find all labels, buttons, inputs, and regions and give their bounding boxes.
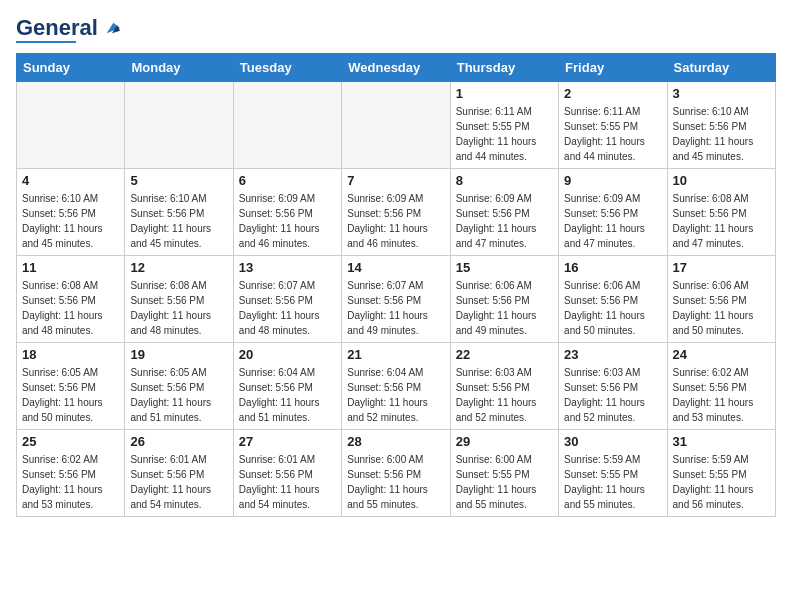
logo-text: General	[16, 16, 98, 40]
calendar-week-4: 18 Sunrise: 6:05 AM Sunset: 5:56 PM Dayl…	[17, 343, 776, 430]
calendar-cell	[17, 82, 125, 169]
day-number: 17	[673, 260, 770, 275]
day-number: 3	[673, 86, 770, 101]
calendar-week-5: 25 Sunrise: 6:02 AM Sunset: 5:56 PM Dayl…	[17, 430, 776, 517]
calendar-cell: 17 Sunrise: 6:06 AM Sunset: 5:56 PM Dayl…	[667, 256, 775, 343]
calendar-cell: 16 Sunrise: 6:06 AM Sunset: 5:56 PM Dayl…	[559, 256, 667, 343]
calendar-cell: 24 Sunrise: 6:02 AM Sunset: 5:56 PM Dayl…	[667, 343, 775, 430]
calendar-cell: 21 Sunrise: 6:04 AM Sunset: 5:56 PM Dayl…	[342, 343, 450, 430]
day-number: 27	[239, 434, 336, 449]
day-info: Sunrise: 6:01 AM Sunset: 5:56 PM Dayligh…	[239, 452, 336, 512]
day-info: Sunrise: 6:04 AM Sunset: 5:56 PM Dayligh…	[239, 365, 336, 425]
calendar-cell: 10 Sunrise: 6:08 AM Sunset: 5:56 PM Dayl…	[667, 169, 775, 256]
calendar-cell: 29 Sunrise: 6:00 AM Sunset: 5:55 PM Dayl…	[450, 430, 558, 517]
calendar-cell: 27 Sunrise: 6:01 AM Sunset: 5:56 PM Dayl…	[233, 430, 341, 517]
day-number: 31	[673, 434, 770, 449]
day-info: Sunrise: 6:00 AM Sunset: 5:55 PM Dayligh…	[456, 452, 553, 512]
day-info: Sunrise: 6:06 AM Sunset: 5:56 PM Dayligh…	[564, 278, 661, 338]
day-info: Sunrise: 6:02 AM Sunset: 5:56 PM Dayligh…	[22, 452, 119, 512]
calendar-cell: 5 Sunrise: 6:10 AM Sunset: 5:56 PM Dayli…	[125, 169, 233, 256]
day-info: Sunrise: 6:06 AM Sunset: 5:56 PM Dayligh…	[673, 278, 770, 338]
day-number: 5	[130, 173, 227, 188]
day-info: Sunrise: 6:04 AM Sunset: 5:56 PM Dayligh…	[347, 365, 444, 425]
logo-icon	[100, 18, 120, 38]
day-number: 14	[347, 260, 444, 275]
day-number: 24	[673, 347, 770, 362]
day-info: Sunrise: 6:10 AM Sunset: 5:56 PM Dayligh…	[130, 191, 227, 251]
day-info: Sunrise: 6:06 AM Sunset: 5:56 PM Dayligh…	[456, 278, 553, 338]
calendar-week-2: 4 Sunrise: 6:10 AM Sunset: 5:56 PM Dayli…	[17, 169, 776, 256]
day-info: Sunrise: 6:08 AM Sunset: 5:56 PM Dayligh…	[673, 191, 770, 251]
day-number: 6	[239, 173, 336, 188]
day-info: Sunrise: 6:08 AM Sunset: 5:56 PM Dayligh…	[22, 278, 119, 338]
day-number: 25	[22, 434, 119, 449]
day-info: Sunrise: 6:11 AM Sunset: 5:55 PM Dayligh…	[564, 104, 661, 164]
calendar-cell: 22 Sunrise: 6:03 AM Sunset: 5:56 PM Dayl…	[450, 343, 558, 430]
day-header-sunday: Sunday	[17, 54, 125, 82]
day-info: Sunrise: 6:09 AM Sunset: 5:56 PM Dayligh…	[456, 191, 553, 251]
day-number: 10	[673, 173, 770, 188]
calendar-cell: 11 Sunrise: 6:08 AM Sunset: 5:56 PM Dayl…	[17, 256, 125, 343]
day-info: Sunrise: 6:09 AM Sunset: 5:56 PM Dayligh…	[347, 191, 444, 251]
day-number: 28	[347, 434, 444, 449]
day-info: Sunrise: 6:11 AM Sunset: 5:55 PM Dayligh…	[456, 104, 553, 164]
calendar-week-1: 1 Sunrise: 6:11 AM Sunset: 5:55 PM Dayli…	[17, 82, 776, 169]
day-number: 1	[456, 86, 553, 101]
calendar-cell: 4 Sunrise: 6:10 AM Sunset: 5:56 PM Dayli…	[17, 169, 125, 256]
day-info: Sunrise: 6:05 AM Sunset: 5:56 PM Dayligh…	[22, 365, 119, 425]
calendar-cell: 2 Sunrise: 6:11 AM Sunset: 5:55 PM Dayli…	[559, 82, 667, 169]
day-number: 13	[239, 260, 336, 275]
calendar-cell: 7 Sunrise: 6:09 AM Sunset: 5:56 PM Dayli…	[342, 169, 450, 256]
day-info: Sunrise: 6:10 AM Sunset: 5:56 PM Dayligh…	[22, 191, 119, 251]
day-number: 26	[130, 434, 227, 449]
day-info: Sunrise: 6:07 AM Sunset: 5:56 PM Dayligh…	[239, 278, 336, 338]
day-number: 16	[564, 260, 661, 275]
calendar-cell	[233, 82, 341, 169]
calendar-cell	[125, 82, 233, 169]
day-info: Sunrise: 6:07 AM Sunset: 5:56 PM Dayligh…	[347, 278, 444, 338]
day-number: 4	[22, 173, 119, 188]
day-number: 8	[456, 173, 553, 188]
day-number: 23	[564, 347, 661, 362]
logo: General	[16, 16, 120, 43]
day-header-wednesday: Wednesday	[342, 54, 450, 82]
day-number: 22	[456, 347, 553, 362]
day-number: 30	[564, 434, 661, 449]
day-info: Sunrise: 6:01 AM Sunset: 5:56 PM Dayligh…	[130, 452, 227, 512]
calendar-cell: 18 Sunrise: 6:05 AM Sunset: 5:56 PM Dayl…	[17, 343, 125, 430]
day-info: Sunrise: 6:03 AM Sunset: 5:56 PM Dayligh…	[564, 365, 661, 425]
day-info: Sunrise: 6:03 AM Sunset: 5:56 PM Dayligh…	[456, 365, 553, 425]
page-header: General	[16, 16, 776, 43]
calendar-cell: 31 Sunrise: 5:59 AM Sunset: 5:55 PM Dayl…	[667, 430, 775, 517]
calendar-cell: 14 Sunrise: 6:07 AM Sunset: 5:56 PM Dayl…	[342, 256, 450, 343]
day-number: 12	[130, 260, 227, 275]
calendar-cell: 30 Sunrise: 5:59 AM Sunset: 5:55 PM Dayl…	[559, 430, 667, 517]
calendar-cell: 3 Sunrise: 6:10 AM Sunset: 5:56 PM Dayli…	[667, 82, 775, 169]
calendar-cell: 9 Sunrise: 6:09 AM Sunset: 5:56 PM Dayli…	[559, 169, 667, 256]
day-info: Sunrise: 6:08 AM Sunset: 5:56 PM Dayligh…	[130, 278, 227, 338]
day-number: 9	[564, 173, 661, 188]
day-number: 2	[564, 86, 661, 101]
day-info: Sunrise: 6:09 AM Sunset: 5:56 PM Dayligh…	[239, 191, 336, 251]
calendar-cell: 15 Sunrise: 6:06 AM Sunset: 5:56 PM Dayl…	[450, 256, 558, 343]
calendar-cell: 19 Sunrise: 6:05 AM Sunset: 5:56 PM Dayl…	[125, 343, 233, 430]
calendar-cell: 25 Sunrise: 6:02 AM Sunset: 5:56 PM Dayl…	[17, 430, 125, 517]
day-header-saturday: Saturday	[667, 54, 775, 82]
day-number: 21	[347, 347, 444, 362]
day-info: Sunrise: 6:02 AM Sunset: 5:56 PM Dayligh…	[673, 365, 770, 425]
day-info: Sunrise: 5:59 AM Sunset: 5:55 PM Dayligh…	[564, 452, 661, 512]
calendar-cell: 6 Sunrise: 6:09 AM Sunset: 5:56 PM Dayli…	[233, 169, 341, 256]
day-info: Sunrise: 6:10 AM Sunset: 5:56 PM Dayligh…	[673, 104, 770, 164]
day-number: 11	[22, 260, 119, 275]
calendar-cell: 20 Sunrise: 6:04 AM Sunset: 5:56 PM Dayl…	[233, 343, 341, 430]
day-number: 19	[130, 347, 227, 362]
day-number: 20	[239, 347, 336, 362]
calendar-cell: 23 Sunrise: 6:03 AM Sunset: 5:56 PM Dayl…	[559, 343, 667, 430]
day-header-friday: Friday	[559, 54, 667, 82]
calendar-cell: 26 Sunrise: 6:01 AM Sunset: 5:56 PM Dayl…	[125, 430, 233, 517]
day-number: 7	[347, 173, 444, 188]
day-number: 15	[456, 260, 553, 275]
calendar-cell: 13 Sunrise: 6:07 AM Sunset: 5:56 PM Dayl…	[233, 256, 341, 343]
calendar-table: SundayMondayTuesdayWednesdayThursdayFrid…	[16, 53, 776, 517]
day-info: Sunrise: 6:00 AM Sunset: 5:56 PM Dayligh…	[347, 452, 444, 512]
